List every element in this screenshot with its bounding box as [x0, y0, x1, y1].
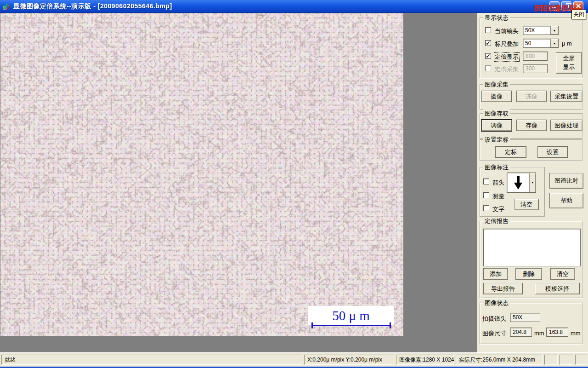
scale-overlay-unit: μ m	[562, 40, 572, 47]
group-image-status-title: 图像状态	[483, 299, 510, 307]
micrograph-viewport[interactable]: 50 μ m	[0, 13, 403, 336]
micrograph-image	[0, 13, 403, 336]
current-lens-checkbox[interactable]	[485, 27, 491, 33]
status-ready: 就绪	[1, 355, 302, 365]
arrow-checkbox-label: 箭头	[492, 178, 504, 187]
image-height-unit: mm	[571, 330, 581, 337]
group-capture-title: 图像采集	[483, 80, 510, 89]
close-tooltip: 关闭	[571, 10, 586, 19]
freeze-button: 冻像	[516, 91, 547, 102]
status-image-pixels: 图像像素:1280 X 1024	[396, 355, 454, 365]
settings-button[interactable]: 设置	[537, 146, 568, 158]
status-actual-size: 实际尺寸:256.0mm X 204.8mm	[456, 355, 543, 365]
fixed-display-label: 定倍显示	[494, 52, 520, 62]
status-pixel-scale: X:0.200μ m/pix Y:0.200μ m/pix	[304, 355, 394, 365]
window-title: 显微图像定倍系统--演示版 - [20090602055646.bmp]	[13, 2, 172, 11]
report-add-button[interactable]: 添加	[483, 268, 508, 280]
fixed-display-field: 800	[523, 52, 548, 61]
chevron-down-icon[interactable]: ▼	[529, 173, 536, 192]
text-checkbox-label: 文字	[492, 205, 504, 213]
image-processing-button[interactable]: 图像处理	[550, 120, 582, 131]
report-delete-button[interactable]: 删除	[515, 268, 542, 280]
vendor-watermark: 庆阳仪器仪表	[534, 4, 575, 13]
report-clear-button[interactable]: 清空	[550, 268, 575, 280]
arrow-down-glyph-icon	[507, 173, 529, 192]
capture-settings-button[interactable]: 采集设置	[550, 91, 582, 102]
scale-overlay-label: 标尺叠加	[495, 40, 519, 48]
report-listbox[interactable]	[483, 229, 581, 266]
lens-label: 拍摄镜头	[482, 315, 506, 323]
fullscreen-button[interactable]: 全屏显示	[556, 52, 582, 74]
current-lens-select[interactable]: 50X ▼	[523, 26, 559, 35]
calibrate-button[interactable]: 定标	[495, 146, 526, 158]
scale-overlay-checkbox[interactable]: ✓	[485, 40, 491, 46]
save-image-button[interactable]: 存像	[516, 120, 547, 131]
group-display-status-title: 显示状态	[483, 14, 510, 22]
group-annotation-title: 图像标注	[483, 163, 510, 172]
status-cell-empty	[575, 355, 587, 365]
load-image-button[interactable]: 调像	[481, 120, 512, 131]
image-height-field: 163.8	[546, 328, 568, 337]
fixed-capture-checkbox	[485, 65, 491, 71]
fixed-display-checkbox[interactable]: ✓	[485, 53, 491, 59]
image-width-unit: mm	[534, 330, 544, 337]
text-checkbox[interactable]	[483, 205, 489, 211]
group-calibration-title: 设置定标	[483, 136, 510, 144]
group-report-title: 定倍报告	[483, 217, 510, 225]
fixed-capture-field: 300	[523, 64, 548, 73]
chevron-down-icon[interactable]: ▼	[550, 26, 558, 34]
report-export-button[interactable]: 导出报告	[483, 283, 523, 294]
capture-button[interactable]: 摄像	[481, 91, 512, 102]
scale-bar-text: 50 μ m	[332, 308, 370, 323]
group-storage-title: 图像存取	[483, 109, 510, 118]
measure-checkbox[interactable]	[483, 192, 489, 198]
fixed-capture-label: 定倍采集	[495, 65, 519, 74]
control-panel: 显示状态 当前镜头 50X ▼ ✓ 标尺叠加 50 ▼ μ m ✓ 定倍显示 8…	[477, 13, 588, 352]
image-width-field: 204.8	[510, 328, 532, 337]
image-size-label: 图像尺寸	[482, 329, 506, 338]
status-cell-empty	[544, 355, 558, 365]
measure-checkbox-label: 测量	[492, 192, 504, 201]
status-cell-empty	[560, 355, 573, 365]
scale-bar-label-box: 50 μ m	[308, 306, 394, 325]
help-button[interactable]: 帮助	[549, 193, 583, 208]
annotation-clear-button[interactable]: 清空	[514, 199, 539, 210]
chevron-down-icon[interactable]: ▼	[550, 39, 558, 47]
group-image-status: 图像状态	[480, 303, 582, 344]
lens-value-field: 50X	[510, 313, 540, 322]
app-logo-icon	[3, 2, 11, 10]
report-template-button[interactable]: 模板选择	[535, 283, 580, 294]
current-lens-label: 当前镜头	[495, 27, 519, 35]
arrow-checkbox[interactable]	[483, 178, 489, 184]
atlas-compare-button[interactable]: 图谱比对	[549, 173, 583, 189]
arrow-style-select[interactable]: ▼	[507, 172, 536, 193]
title-bar: 显微图像定倍系统--演示版 - [20090602055646.bmp]	[0, 0, 588, 13]
status-bar: 就绪 X:0.200μ m/pix Y:0.200μ m/pix 图像像素:12…	[0, 352, 588, 367]
scale-bar-line	[311, 325, 391, 326]
scale-overlay-select[interactable]: 50 ▼	[523, 39, 559, 48]
